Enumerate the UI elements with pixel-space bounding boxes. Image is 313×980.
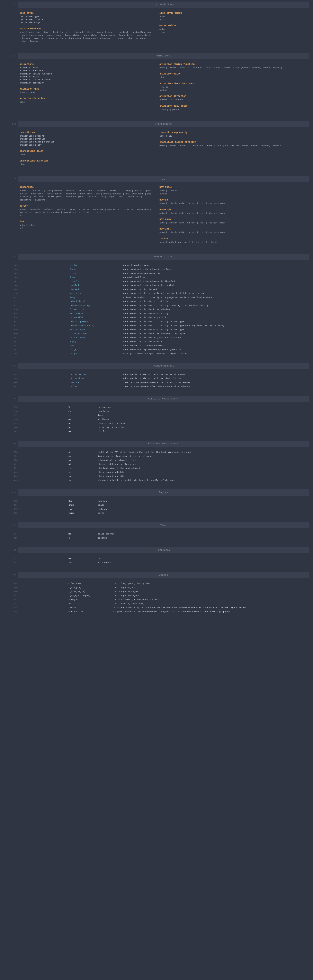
table-row: 387ininch bbox=[10, 414, 309, 417]
table-row: 431Hzhertz bbox=[10, 557, 309, 561]
table-desc: an element that is the last sibling of i… bbox=[123, 328, 309, 331]
table-row: 441rgba(x,y,z,alpha)red = rgba(255,0,0,0… bbox=[10, 594, 309, 598]
table-row: 425sseconds bbox=[10, 536, 309, 540]
table-key: grad bbox=[68, 504, 98, 507]
property-value: auto | inherit <id> [current | root | <t… bbox=[160, 212, 293, 215]
table-desc: the font size of the root element bbox=[98, 467, 309, 470]
table-row: 386cmcentimeter bbox=[10, 409, 309, 414]
table-key: pc bbox=[68, 422, 98, 425]
property-value: inherit bbox=[160, 86, 293, 89]
line-number: 430 bbox=[10, 549, 17, 552]
line-number: 402 bbox=[10, 467, 22, 470]
table-key: :nth-last-of-type(n) bbox=[68, 324, 123, 327]
table-desc: radians bbox=[98, 508, 309, 511]
line-number: 417 bbox=[10, 508, 22, 511]
property-title: animations bbox=[20, 62, 153, 66]
line-number: 360 bbox=[10, 332, 22, 336]
table-desc: red = rgb(255,0,0) bbox=[114, 586, 309, 589]
table-row: 438color namered, blue, green, dark gree… bbox=[10, 582, 309, 585]
table-desc: an element that is currently selected or… bbox=[123, 292, 309, 295]
property-value: running | paused bbox=[160, 108, 293, 111]
table-row: 445currentColorComputer value of the 'cu… bbox=[10, 610, 309, 614]
table-key: :nth-of-type(n) bbox=[68, 320, 123, 323]
line-number: 389 bbox=[10, 422, 22, 425]
table-desc: degrees bbox=[98, 500, 309, 503]
property-sub: list-style-image bbox=[20, 21, 153, 24]
table-row: 388mmmillimeter bbox=[10, 417, 309, 422]
table-row: 381::afterInserts some content after the… bbox=[10, 385, 309, 389]
line-number: 399 bbox=[10, 455, 22, 458]
property-value: none | asterisks | box | check | circle … bbox=[20, 31, 153, 43]
section-header: Animations bbox=[17, 53, 309, 59]
line-number: 443 bbox=[10, 602, 22, 605]
table-row: 349:checkedan element that is checked bbox=[10, 288, 309, 292]
table-row: 348:enabledan element while the element … bbox=[10, 283, 309, 288]
table-key: :disabled bbox=[68, 280, 123, 283]
table-desc: width of the "0" glyph found in the font… bbox=[98, 450, 309, 454]
table-key: cm bbox=[68, 410, 98, 413]
section-header: Absolute Measurement bbox=[17, 396, 309, 402]
table-row: 415degdegrees bbox=[10, 499, 309, 503]
table-desc: pixels bbox=[98, 430, 309, 433]
table-key: rgba(x,y,z,alpha) bbox=[68, 594, 114, 597]
line-number: 437 bbox=[10, 573, 17, 577]
line-number: 343 bbox=[10, 264, 22, 267]
line-number: 363 bbox=[10, 344, 22, 347]
table-key: :root bbox=[68, 344, 123, 347]
table-row: 379::first-lineAdds special style to the… bbox=[10, 377, 309, 381]
table-row: 380::beforeInserts some content before t… bbox=[10, 381, 309, 385]
table-desc: the grid defined by 'layout-grid' bbox=[98, 463, 309, 466]
line-number: 431 bbox=[10, 557, 22, 560]
table-key: mm bbox=[68, 418, 98, 421]
table-row: 401gdthe grid defined by 'layout-grid' bbox=[10, 462, 309, 466]
property-value: none | all bbox=[160, 135, 293, 138]
property-value: auto | inherit bbox=[20, 224, 153, 227]
table-desc: an element when you mouse over it bbox=[123, 272, 309, 275]
table-desc: seconds bbox=[98, 536, 309, 540]
table-desc: an element that is the first sibling bbox=[123, 308, 309, 311]
property-title: animation-iteration-count bbox=[160, 82, 293, 86]
table-key: vh bbox=[68, 471, 98, 474]
table-row: 418turnturns bbox=[10, 511, 309, 515]
table-row: 360:first-of-typean element that is the … bbox=[10, 332, 309, 336]
line-number: 356 bbox=[10, 316, 22, 319]
property-sub: transitions-delay bbox=[20, 144, 153, 146]
line-number: 400 bbox=[10, 459, 22, 462]
property-sub: animation-timing-function bbox=[20, 73, 153, 75]
property-title: marker-offset bbox=[160, 24, 293, 27]
line-number: 442 bbox=[10, 598, 22, 601]
line-number: 345 bbox=[10, 272, 22, 275]
property-value: time bbox=[160, 76, 293, 79]
table-row: 400exx-height of the element's font bbox=[10, 458, 309, 462]
table-row: 390ptpoint (1pt = 1/72 inch) bbox=[10, 425, 309, 430]
property-title: list-style bbox=[20, 11, 153, 15]
table-desc: pica (1p = 12 points) bbox=[98, 422, 309, 425]
table-row: 378::first-letterAdds special style to t… bbox=[10, 372, 309, 377]
line-number: 416 bbox=[10, 504, 22, 507]
property-value: url bbox=[20, 227, 153, 230]
line-number: 403 bbox=[10, 471, 22, 474]
table-desc: an element that is the n-th sibling of i… bbox=[123, 320, 309, 323]
line-number: 357 bbox=[10, 320, 22, 323]
table-key: :not(x) bbox=[68, 348, 123, 352]
property-title: animation-play-state bbox=[160, 104, 293, 108]
section-header: UI bbox=[17, 176, 309, 182]
table-desc: allows the author to specify a language … bbox=[123, 296, 309, 299]
property-title: nav-up bbox=[160, 198, 293, 202]
table-desc: red, blue, green, dark green bbox=[114, 582, 309, 585]
line-number: 401 bbox=[10, 463, 22, 466]
line-number: 355 bbox=[10, 312, 22, 315]
table-row: 416gradgrads bbox=[10, 503, 309, 507]
table-key: :only-child bbox=[68, 316, 123, 319]
line-number: 315 bbox=[10, 177, 17, 180]
table-key: vw bbox=[68, 475, 98, 478]
table-row: 357:nth-of-type(n)an element that is the… bbox=[10, 320, 309, 324]
property-sub: animation-direction bbox=[20, 81, 153, 84]
property-value: ease | linear | ease-in | ease-out | eas… bbox=[160, 144, 293, 147]
table-row: 404vwthe viewport's width bbox=[10, 474, 309, 479]
section-header: Pseudo-element bbox=[17, 363, 309, 369]
section-header: Transitions bbox=[17, 121, 309, 127]
line-number: 445 bbox=[10, 610, 22, 614]
table-key: pt bbox=[68, 426, 98, 429]
table-row: 350:selectionan element that is currentl… bbox=[10, 291, 309, 296]
